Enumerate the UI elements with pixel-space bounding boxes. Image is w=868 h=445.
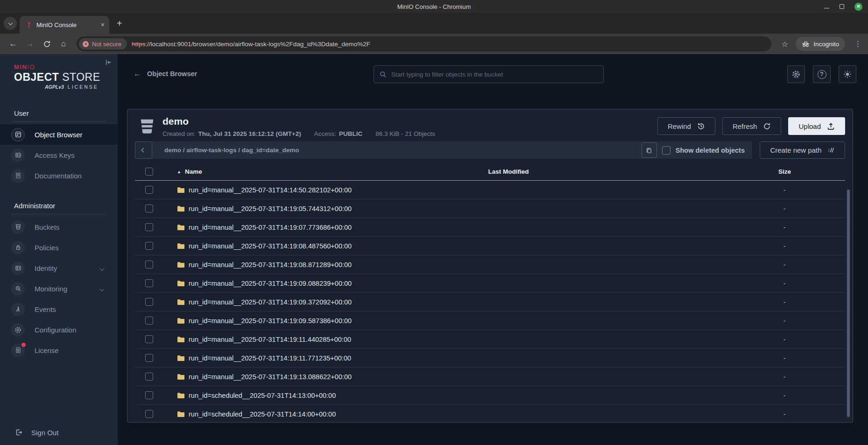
table-scrollbar[interactable] [847,189,850,419]
table-row[interactable]: run_id=manual__2025-07-31T14:19:11.44028… [135,330,845,349]
close-icon[interactable]: ✕ [854,3,862,11]
object-name[interactable]: run_id=manual__2025-07-31T14:19:08.87128… [189,261,352,268]
row-checkbox[interactable] [145,354,153,362]
help-button[interactable]: ? [813,65,831,83]
row-checkbox[interactable] [145,298,153,306]
table-row[interactable]: run_id=manual__2025-07-31T14:19:08.87128… [135,255,845,274]
row-checkbox[interactable] [145,391,153,399]
created-value: Thu, Jul 31 2025 16:12:12 (GMT+2) [198,130,301,137]
table-row[interactable]: run_id=manual__2025-07-31T14:19:05.74431… [135,199,845,218]
row-checkbox[interactable] [145,373,153,381]
maximize-icon[interactable] [840,4,844,9]
upload-button[interactable]: Upload [788,117,845,135]
object-name[interactable]: run_id=manual__2025-07-31T14:19:11.77123… [189,354,351,362]
object-name[interactable]: run_id=scheduled__2025-07-31T14:14:00+00… [189,410,336,418]
object-name[interactable]: run_id=manual__2025-07-31T14:14:50.28210… [189,186,352,194]
table-row[interactable]: run_id=scheduled__2025-07-31T14:14:00+00… [135,405,845,423]
table-row[interactable]: run_id=manual__2025-07-31T14:19:09.37209… [135,293,845,311]
sidebar-item-configuration[interactable]: Configuration [0,319,118,340]
show-deleted-checkbox[interactable] [662,146,670,155]
sidebar-item-access-keys[interactable]: Access Keys [0,145,118,165]
forward-icon[interactable]: → [23,39,36,49]
bookmark-star-icon[interactable]: ☆ [782,40,788,49]
row-checkbox[interactable] [145,410,153,418]
table-row[interactable]: run_id=manual__2025-07-31T14:19:07.77368… [135,218,845,237]
row-checkbox[interactable] [145,242,153,250]
select-all-checkbox[interactable] [145,168,153,176]
tab-close-icon[interactable]: × [101,21,105,28]
row-checkbox[interactable] [145,186,153,194]
chevron-down-icon[interactable] [100,285,104,293]
breadcrumb[interactable]: demo / airflow-task-logs / dag_id=date_d… [164,147,642,154]
table-row[interactable]: run_id=scheduled__2025-07-31T14:13:00+00… [135,386,845,405]
not-secure-chip[interactable]: ✕ Not secure [79,38,127,49]
object-name[interactable]: run_id=manual__2025-07-31T14:19:13.08862… [189,373,352,381]
object-name[interactable]: run_id=scheduled__2025-07-31T14:13:00+00… [189,392,336,399]
browser-menu-icon[interactable]: ⋮ [854,40,861,48]
reload-icon[interactable] [40,40,53,48]
table-row[interactable]: run_id=manual__2025-07-31T14:19:11.77123… [135,349,845,367]
tab-minio-console[interactable]: MinIO Console × [20,16,109,34]
row-checkbox[interactable] [145,205,153,212]
page-back-icon[interactable]: ← [134,70,141,78]
sidebar-item-policies[interactable]: Policies [0,237,118,258]
sidebar-item-buckets[interactable]: Buckets [0,217,118,237]
sidebar-item-documentation[interactable]: Documentation [0,165,118,186]
chevron-down-icon[interactable] [100,264,104,272]
tab-search-button[interactable] [4,17,17,30]
theme-toggle-button[interactable] [839,65,856,83]
sidebar-item-object-browser[interactable]: Object Browser [0,124,118,145]
column-last-modified[interactable]: Last Modified [396,168,621,175]
sidebar-item-monitoring[interactable]: Monitoring [0,278,118,299]
sidebar-collapse-icon[interactable] [105,59,112,66]
object-name[interactable]: run_id=manual__2025-07-31T14:19:07.77368… [189,224,352,231]
table-row[interactable]: run_id=manual__2025-07-31T14:19:09.08823… [135,274,845,293]
object-name[interactable]: run_id=manual__2025-07-31T14:19:09.08823… [189,280,352,287]
search-input[interactable] [391,71,598,78]
sort-asc-icon[interactable]: ▲ [177,170,181,174]
minimize-icon[interactable] [824,8,829,8]
divider [12,214,106,214]
row-checkbox[interactable] [145,223,153,231]
address-bar[interactable]: ✕ Not secure https://localhost:9001/brow… [77,36,771,51]
table-row[interactable]: run_id=manual__2025-07-31T14:19:09.58738… [135,311,845,330]
object-name[interactable]: run_id=manual__2025-07-31T14:19:11.44028… [189,336,351,343]
minio-console: MINIO OBJECT STORE AGPLv3 LICENSE User O… [0,54,868,445]
sidebar-item-license[interactable]: License [0,340,118,360]
topbar-buttons: ? [787,65,856,83]
create-path-icon [827,147,835,154]
sidebar-item-events[interactable]: λ Events [0,299,118,319]
table-row[interactable]: run_id=manual__2025-07-31T14:19:13.08862… [135,367,845,386]
browser-toolbar: ← → ⌂ ✕ Not secure https://localhost:900… [0,34,868,54]
upload-icon [827,122,835,130]
column-size[interactable]: Size [737,168,845,175]
settings-button[interactable] [787,65,805,83]
back-icon[interactable]: ← [7,39,20,49]
path-back-button[interactable] [135,141,152,159]
refresh-button[interactable]: Refresh [722,117,782,135]
rewind-button[interactable]: Rewind [657,117,715,135]
table-row[interactable]: run_id=manual__2025-07-31T14:19:08.48756… [135,237,845,255]
table-row[interactable]: run_id=manual__2025-07-31T14:14:50.28210… [135,181,845,199]
home-icon[interactable]: ⌂ [57,39,70,49]
row-checkbox[interactable] [145,317,153,325]
column-name[interactable]: Name [185,168,202,175]
row-checkbox[interactable] [145,261,153,268]
row-checkbox[interactable] [145,279,153,287]
object-name[interactable]: run_id=manual__2025-07-31T14:19:05.74431… [189,205,352,212]
new-tab-button[interactable]: + [117,18,122,29]
object-name[interactable]: run_id=manual__2025-07-31T14:19:09.58738… [189,317,352,325]
identity-icon [11,261,25,275]
bucket-meta: Created on: Thu, Jul 31 2025 16:12:12 (G… [162,130,435,137]
create-new-path-button[interactable]: Create new path [760,141,845,159]
sign-out-label: Sign Out [31,429,58,437]
row-checkbox[interactable] [145,335,153,343]
sidebar-item-identity[interactable]: Identity [0,258,118,278]
scrollbar-thumb[interactable] [847,190,850,417]
object-size: - [737,336,845,343]
object-name[interactable]: run_id=manual__2025-07-31T14:19:08.48756… [189,242,352,250]
sign-out-button[interactable]: Sign Out [0,420,118,445]
copy-path-button[interactable] [642,142,657,158]
object-list: run_id=manual__2025-07-31T14:14:50.28210… [135,181,845,423]
object-name[interactable]: run_id=manual__2025-07-31T14:19:09.37209… [189,298,352,306]
